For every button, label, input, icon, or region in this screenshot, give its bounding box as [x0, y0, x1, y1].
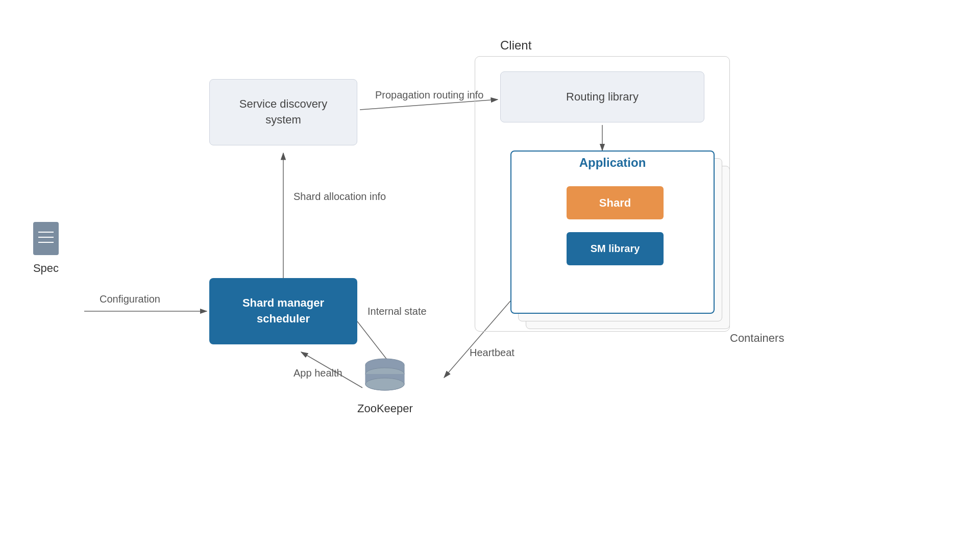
spec-icon [31, 219, 61, 258]
shard-manager-label: Shard managerscheduler [242, 295, 324, 327]
routing-library-box: Routing library [500, 71, 704, 122]
zookeeper-label: ZooKeeper [357, 402, 413, 415]
sm-library-label: SM library [591, 243, 640, 255]
svg-rect-9 [33, 222, 59, 255]
shard-allocation-label: Shard allocation info [293, 189, 386, 204]
service-discovery-box: Service discoverysystem [209, 79, 357, 145]
diagram-container: Spec Configuration Service discoverysyst… [0, 0, 980, 551]
internal-state-label: Internal state [368, 304, 427, 319]
zookeeper-icon [362, 357, 408, 398]
client-label: Client [500, 38, 531, 53]
shard-manager-box: Shard managerscheduler [209, 278, 357, 344]
zookeeper-node: ZooKeeper [357, 357, 413, 415]
svg-point-20 [365, 378, 404, 390]
service-discovery-label: Service discoverysystem [239, 96, 327, 128]
heartbeat-label: Heartbeat [470, 347, 514, 359]
application-label: Application [510, 156, 715, 170]
app-health-label: App health [293, 367, 342, 379]
containers-label: Containers [730, 332, 784, 345]
shard-box: Shard [567, 186, 664, 219]
spec-node: Spec [31, 219, 61, 275]
shard-label: Shard [599, 196, 631, 210]
spec-label: Spec [33, 262, 59, 275]
routing-library-label: Routing library [566, 90, 639, 104]
propagation-routing-label: Propagation routing info [375, 89, 483, 101]
sm-library-box: SM library [567, 232, 664, 265]
configuration-label: Configuration [100, 293, 160, 305]
